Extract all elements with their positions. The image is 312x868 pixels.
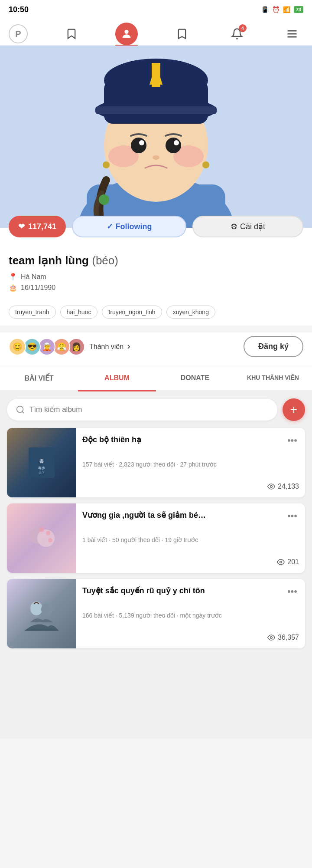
svg-point-34 bbox=[46, 531, 50, 535]
album-title-1: Độc bộ thiên hạ bbox=[82, 435, 286, 445]
album-thumb-1: 書 毒步 天下 bbox=[7, 428, 76, 497]
tabs-bar: BÀI VIẾT ALBUM DONATE KHU THÀNH VIÊN bbox=[0, 366, 312, 391]
following-button[interactable]: ✓ Following bbox=[72, 216, 186, 237]
svg-point-37 bbox=[30, 602, 42, 615]
album-menu-3[interactable]: ••• bbox=[286, 586, 299, 597]
search-bar bbox=[7, 399, 277, 421]
add-album-button[interactable]: + bbox=[283, 398, 305, 421]
avatar-image bbox=[0, 46, 312, 228]
album-title-3: Tuyệt sắc quyến rũ quỷ y chí tôn bbox=[82, 586, 286, 596]
views-icon-3 bbox=[267, 634, 275, 641]
heart-icon: ❤ bbox=[18, 222, 25, 231]
member-avatar-3: 🧝 bbox=[38, 338, 55, 355]
likes-count: 117,741 bbox=[28, 222, 56, 231]
alarm-icon: ⏰ bbox=[272, 6, 280, 13]
svg-point-33 bbox=[39, 527, 44, 532]
views-icon-2 bbox=[277, 558, 285, 566]
svg-point-30 bbox=[270, 486, 273, 488]
status-time: 10:50 bbox=[9, 5, 29, 14]
album-header-1: Độc bộ thiên hạ ••• bbox=[82, 435, 299, 446]
album-card-2: Vương gia ,người ta sẽ giảm bé… ••• 1 bà… bbox=[7, 503, 305, 573]
album-info-1: Độc bộ thiên hạ ••• 157 bài viết · 2,823… bbox=[76, 428, 305, 497]
notifications-icon[interactable]: 4 bbox=[226, 23, 248, 45]
avatar-container bbox=[0, 46, 312, 228]
birthday-text: 16/11/1990 bbox=[21, 284, 55, 292]
svg-point-32 bbox=[37, 529, 55, 547]
save-icon[interactable] bbox=[171, 23, 193, 45]
notification-badge: 4 bbox=[239, 24, 247, 32]
views-icon-1 bbox=[267, 483, 275, 490]
album-views-count-3: 36,357 bbox=[278, 634, 299, 641]
album-thumb-2 bbox=[7, 503, 76, 573]
album-header-2: Vương gia ,người ta sẽ giảm bé… ••• bbox=[82, 510, 299, 522]
album-info-3: Tuyệt sắc quyến rũ quỷ y chí tôn ••• 166… bbox=[76, 579, 305, 648]
tab-donate[interactable]: DONATE bbox=[156, 366, 234, 390]
album-thumb-3 bbox=[7, 579, 76, 648]
vibrate-icon: 📳 bbox=[261, 6, 269, 13]
album-meta-2: 1 bài viết · 50 người theo dõi · 19 giờ … bbox=[82, 536, 299, 545]
tag-truyen-tranh[interactable]: truyen_tranh bbox=[9, 306, 56, 319]
svg-text:書: 書 bbox=[39, 459, 44, 464]
svg-point-0 bbox=[125, 30, 129, 34]
gear-icon: ⚙ bbox=[231, 222, 237, 231]
album-menu-1[interactable]: ••• bbox=[286, 435, 299, 446]
svg-point-39 bbox=[270, 637, 273, 639]
signal-icon: 📶 bbox=[283, 6, 290, 13]
album-menu-2[interactable]: ••• bbox=[286, 510, 299, 522]
tab-khu-thanh-vien[interactable]: KHU THÀNH VIÊN bbox=[234, 366, 312, 390]
svg-rect-21 bbox=[95, 106, 217, 114]
likes-button[interactable]: ❤ 117,741 bbox=[9, 216, 66, 237]
profile-header: ❤ 117,741 ✓ Following ⚙ Cài đặt bbox=[0, 46, 312, 246]
member-avatar-2: 😎 bbox=[23, 338, 41, 355]
battery-icon: 73 bbox=[294, 6, 303, 13]
status-icons: 📳 ⏰ 📶 73 bbox=[261, 6, 303, 13]
svg-point-12 bbox=[166, 138, 181, 153]
album-views-1: 24,133 bbox=[82, 483, 299, 490]
action-buttons: ❤ 117,741 ✓ Following ⚙ Cài đặt bbox=[0, 216, 312, 237]
album-meta-3: 166 bài viết · 5,139 người theo dõi · mộ… bbox=[82, 611, 299, 620]
album-info-2: Vương gia ,người ta sẽ giảm bé… ••• 1 bà… bbox=[76, 503, 305, 573]
svg-point-15 bbox=[153, 155, 159, 160]
album-card-1: 書 毒步 天下 Độc bộ thiên hạ ••• 157 bài viết… bbox=[7, 428, 305, 497]
svg-point-23 bbox=[103, 161, 110, 168]
album-header-3: Tuyệt sắc quyến rũ quỷ y chí tôn ••• bbox=[82, 586, 299, 597]
svg-point-38 bbox=[41, 603, 52, 616]
members-avatars: 😊 😎 🧝 😤 👩 bbox=[9, 338, 85, 355]
subscribe-button[interactable]: Đăng ký bbox=[244, 336, 303, 357]
bookmarks-icon[interactable] bbox=[60, 23, 83, 45]
tab-bai-viet[interactable]: BÀI VIẾT bbox=[0, 366, 78, 390]
p-button[interactable]: P bbox=[9, 24, 28, 43]
tag-xuyen-khong[interactable]: xuyen_khong bbox=[166, 306, 215, 319]
album-title-2: Vương gia ,người ta sẽ giảm bé… bbox=[82, 510, 286, 520]
settings-label: Cài đặt bbox=[240, 222, 265, 231]
tab-album[interactable]: ALBUM bbox=[78, 366, 156, 390]
profile-name: team lạnh lùng (béo) bbox=[9, 254, 303, 267]
location-item: 📍 Hà Nam bbox=[9, 273, 303, 281]
tag-hai-huoc[interactable]: hai_huoc bbox=[60, 306, 98, 319]
svg-text:天下: 天下 bbox=[39, 471, 45, 474]
profile-name-suffix: (béo) bbox=[92, 254, 118, 267]
members-label[interactable]: Thành viên bbox=[89, 343, 132, 351]
svg-rect-20 bbox=[152, 63, 160, 87]
settings-button[interactable]: ⚙ Cài đặt bbox=[192, 216, 303, 237]
album-views-3: 36,357 bbox=[82, 634, 299, 641]
profile-info: team lạnh lùng (béo) 📍 Hà Nam 🎂 16/11/19… bbox=[0, 246, 312, 306]
svg-point-14 bbox=[174, 140, 179, 145]
svg-point-36 bbox=[280, 561, 282, 563]
member-avatar-4: 😤 bbox=[53, 338, 70, 355]
album-views-count-1: 24,133 bbox=[278, 483, 299, 490]
status-bar: 10:50 📳 ⏰ 📶 73 bbox=[0, 0, 312, 19]
member-avatar-5: 👩 bbox=[68, 338, 85, 355]
album-views-count-2: 201 bbox=[287, 558, 299, 566]
search-input[interactable] bbox=[29, 405, 269, 414]
svg-point-13 bbox=[139, 140, 144, 145]
menu-icon[interactable] bbox=[281, 23, 303, 45]
svg-text:毒步: 毒步 bbox=[38, 466, 45, 470]
profile-meta: 📍 Hà Nam 🎂 16/11/1990 bbox=[9, 273, 303, 292]
album-views-2: 201 bbox=[82, 558, 299, 566]
svg-point-25 bbox=[17, 406, 23, 413]
location-text: Hà Nam bbox=[21, 273, 46, 281]
tag-truyen-ngon-tinh[interactable]: truyen_ngon_tinh bbox=[102, 306, 162, 319]
profile-nav-icon[interactable] bbox=[115, 23, 138, 45]
member-avatar-1: 😊 bbox=[9, 338, 26, 355]
